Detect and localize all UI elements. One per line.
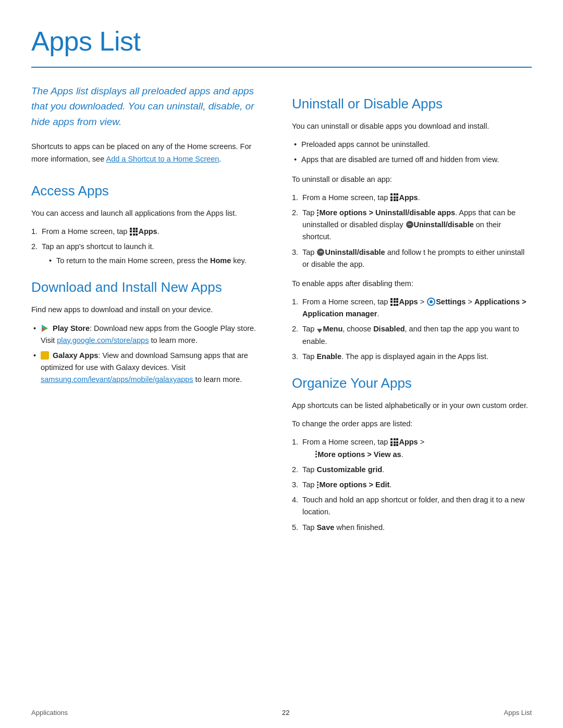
download-items: Play Store: Download new apps from the G… xyxy=(31,323,261,386)
enable-step-2: 2. Tap Menu, choose Disabled, and then t… xyxy=(292,323,532,347)
enable-step-1: 1. From a Home screen, tap Apps > Settin… xyxy=(292,296,532,320)
download-desc: Find new apps to download and install on… xyxy=(31,304,261,316)
enable-step-3: 3. Tap Enable. The app is displayed agai… xyxy=(292,351,532,363)
access-apps-desc: You can access and launch all applicatio… xyxy=(31,207,261,219)
page-container: Apps List The Apps list displays all pre… xyxy=(0,0,563,575)
step-1: 1. From a Home screen, tap Apps. xyxy=(31,226,261,238)
play-store-link[interactable]: play.google.com/store/apps xyxy=(57,336,149,344)
page-title: Apps List xyxy=(31,21,532,61)
sub-bullets: To return to the main Home screen, press… xyxy=(47,255,261,267)
step-2: 2. Tap an app's shortcut to launch it. T… xyxy=(31,241,261,267)
footer-page: 22 xyxy=(282,708,289,718)
to-enable-label: To enable apps after disabling them: xyxy=(292,278,532,290)
title-divider xyxy=(31,67,532,68)
organize-step-4: 4. Touch and hold an app shortcut or fol… xyxy=(292,494,532,518)
menu-triangle-icon xyxy=(317,329,322,333)
uninstall-step-2: 2. Tap More options > Uninstall/disable … xyxy=(292,207,532,243)
to-uninstall-label: To uninstall or disable an app: xyxy=(292,174,532,186)
minus-circle-icon xyxy=(406,221,413,228)
sub-bullet-home: To return to the main Home screen, press… xyxy=(47,255,261,267)
organize-desc: App shortcuts can be listed alphabetical… xyxy=(292,400,532,412)
galaxy-icon xyxy=(41,351,49,360)
apps-grid-icon-4 xyxy=(390,438,398,446)
organize-step-2: 2. Tap Customizable grid. xyxy=(292,464,532,476)
organize-section: Organize Your Apps App shortcuts can be … xyxy=(292,373,532,534)
download-section: Download and Install New Apps Find new a… xyxy=(31,277,261,386)
uninstall-steps: 1. From a Home screen, tap Apps. 2. Tap … xyxy=(292,192,532,270)
uninstall-title: Uninstall or Disable Apps xyxy=(292,94,532,114)
right-column: Uninstall or Disable Apps You can uninst… xyxy=(292,83,532,544)
download-title: Download and Install New Apps xyxy=(31,277,261,298)
apps-grid-icon-3 xyxy=(390,298,398,306)
minus-circle-icon-2 xyxy=(317,249,324,256)
enable-steps: 1. From a Home screen, tap Apps > Settin… xyxy=(292,296,532,363)
two-col-layout: The Apps list displays all preloaded app… xyxy=(31,83,532,544)
organize-step-1: 1. From a Home screen, tap Apps > More o… xyxy=(292,436,532,460)
footer-right: Apps List xyxy=(504,708,532,718)
uninstall-section: Uninstall or Disable Apps You can uninst… xyxy=(292,94,532,363)
preloaded-bullet: Preloaded apps cannot be uninstalled. xyxy=(292,139,532,151)
intro-italic: The Apps list displays all preloaded app… xyxy=(31,83,261,129)
uninstall-step-3: 3. Tap Uninstall/disable and follow t he… xyxy=(292,246,532,270)
disabled-bullet: Apps that are disabled are turned off an… xyxy=(292,154,532,166)
intro-sub: Shortcuts to apps can be placed on any o… xyxy=(31,141,261,165)
uninstall-step-1: 1. From a Home screen, tap Apps. xyxy=(292,192,532,204)
galaxy-apps-item: Galaxy Apps: View and download Samsung a… xyxy=(31,350,261,386)
uninstall-bullets: Preloaded apps cannot be uninstalled. Ap… xyxy=(292,139,532,166)
left-column: The Apps list displays all preloaded app… xyxy=(31,83,261,544)
organize-steps: 1. From a Home screen, tap Apps > More o… xyxy=(292,436,532,533)
add-shortcut-link[interactable]: Add a Shortcut to a Home Screen xyxy=(106,155,219,163)
settings-gear-icon xyxy=(427,298,435,306)
play-store-item: Play Store: Download new apps from the G… xyxy=(31,323,261,347)
access-apps-title: Access Apps xyxy=(31,181,261,201)
play-store-icon xyxy=(41,324,49,332)
organize-change-label: To change the order apps are listed: xyxy=(292,418,532,430)
footer: Applications 22 Apps List xyxy=(31,708,532,718)
more-options-icon-2 xyxy=(315,451,317,458)
apps-grid-icon xyxy=(130,228,138,236)
more-options-icon xyxy=(317,209,319,216)
organize-title: Organize Your Apps xyxy=(292,373,532,393)
access-apps-steps: 1. From a Home screen, tap Apps. 2. Tap … xyxy=(31,226,261,267)
footer-left: Applications xyxy=(31,708,68,718)
organize-step-5: 5. Tap Save when finished. xyxy=(292,522,532,534)
apps-grid-icon-2 xyxy=(390,193,398,201)
more-options-icon-3 xyxy=(317,482,319,488)
galaxy-apps-link[interactable]: samsung.com/levant/apps/mobile/galaxyapp… xyxy=(41,375,193,384)
uninstall-desc: You can uninstall or disable apps you do… xyxy=(292,120,532,132)
organize-step-3: 3. Tap More options > Edit. xyxy=(292,479,532,491)
access-apps-section: Access Apps You can access and launch al… xyxy=(31,181,261,267)
